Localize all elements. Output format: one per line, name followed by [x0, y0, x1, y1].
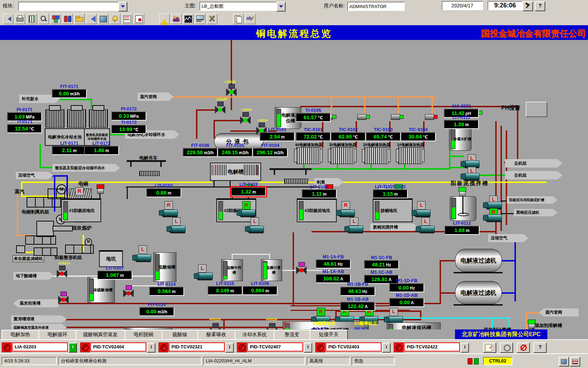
lv0109-valve[interactable] [215, 106, 225, 114]
screen-icon [100, 16, 107, 22]
fv0113-valve[interactable] [57, 270, 67, 278]
heater1-valve[interactable] [425, 114, 434, 120]
tab-liusuannie[interactable]: 硫酸镍 [162, 330, 198, 340]
hammer-tool-button[interactable] [523, 1, 533, 11]
blocks-button[interactable] [50, 14, 61, 24]
alarm-bell-button[interactable] [110, 14, 120, 24]
columns-button[interactable] [27, 14, 37, 24]
alarm-item[interactable]: LIA-02203 [12, 342, 68, 352]
module-dropdown-button[interactable] [118, 2, 127, 12]
status-tool-button-2[interactable] [570, 357, 580, 367]
heater3-valve[interactable] [357, 114, 366, 120]
alarm-icon[interactable] [80, 342, 90, 352]
pit2-pump-a[interactable] [239, 210, 255, 216]
tanks-button[interactable] [62, 14, 73, 24]
heater2-valve[interactable] [391, 114, 400, 120]
alarm-icon[interactable] [2, 342, 12, 352]
rename-button[interactable]: ab [245, 14, 255, 24]
tab-lengqueshui[interactable]: 冷却水系统 [234, 330, 274, 340]
pit1-pump-b[interactable] [169, 226, 186, 232]
report-block-button[interactable] [134, 14, 144, 24]
alarm-icon[interactable] [237, 342, 247, 352]
acid-pit-pump[interactable] [134, 254, 151, 261]
alarm-info-button[interactable]: i [147, 343, 155, 353]
pit4-pump-a[interactable] [414, 210, 430, 216]
user-input[interactable] [347, 2, 405, 11]
instrument-tag: LIT-0103 [231, 182, 266, 187]
maingraph-input[interactable] [200, 2, 279, 11]
alarm-info-button[interactable]: i [225, 343, 234, 353]
stirrer-pump-a[interactable] [485, 202, 502, 209]
alarm-item[interactable]: PID-TCV02404 [90, 342, 146, 352]
alarm-help-button[interactable]: ? [533, 342, 547, 353]
pit2-pump-b[interactable] [247, 226, 264, 232]
alarm-icon[interactable] [159, 342, 168, 352]
hcl-meter-valve[interactable] [296, 266, 307, 274]
alarm-item[interactable]: PID-TCV02407 [247, 342, 303, 352]
instrument-lit0171: LIT-01712.11m [52, 141, 87, 155]
evap-line-valve[interactable] [58, 296, 69, 304]
alarm-icon[interactable] [394, 342, 404, 352]
ph-alarm-indicator [526, 102, 547, 117]
condensate-pump-2[interactable] [463, 173, 479, 180]
trend-button[interactable] [183, 14, 194, 24]
mute-button[interactable] [517, 342, 530, 353]
alarm-info-button[interactable]: i [304, 343, 312, 353]
alarm-info-button[interactable]: i [69, 343, 77, 353]
hcl-pump[interactable] [196, 273, 213, 279]
tab-suanwuxishou[interactable]: 酸雾吸收 [197, 330, 235, 340]
pit4-pump-b[interactable] [418, 226, 435, 232]
pit3-pump-b[interactable] [346, 226, 363, 232]
tab-zhengliubian[interactable]: 整流变 [274, 330, 310, 340]
back-button[interactable] [86, 14, 97, 24]
instrument-tic0103: TIC-010365.74℃ [366, 127, 401, 141]
help-button[interactable]: ? [535, 1, 545, 11]
module-input[interactable] [18, 2, 120, 11]
ack-button[interactable]: ✓ [483, 342, 496, 353]
maingraph-dropdown-button[interactable] [276, 2, 286, 12]
tower-icon [46, 109, 64, 128]
summary-button[interactable] [195, 14, 205, 24]
tab-dianjiexunhuan[interactable]: 电解循环 [38, 330, 76, 340]
alarm-info-button[interactable]: i [461, 343, 469, 353]
tools-button[interactable] [207, 14, 217, 24]
exit-button[interactable] [3, 14, 13, 24]
stirrer-pump-b[interactable] [485, 214, 502, 221]
alarm-info-button[interactable]: i [382, 343, 391, 353]
find-button[interactable] [38, 14, 49, 24]
instrument-value-box: 122.42A [340, 302, 375, 311]
h2so4-valve[interactable] [123, 289, 134, 297]
pit3-pump-a[interactable] [338, 210, 355, 216]
open-folder-button[interactable] [74, 14, 85, 24]
tab-dianjituotong[interactable]: 电积脱铜 [125, 330, 162, 340]
instrument-tag: M1-1C-FB [364, 255, 399, 260]
users-button[interactable] [171, 14, 182, 24]
report-button[interactable] [122, 14, 132, 24]
alarm-item[interactable]: PID-TCV02321 [169, 342, 225, 352]
pipe [196, 109, 197, 139]
lv0110-valve[interactable] [240, 116, 251, 124]
instrument-value: 65.74 [373, 134, 387, 139]
tab-liusuantong[interactable]: 硫酸铜真空蒸发 [76, 330, 125, 340]
tab-dianjiejiare[interactable]: 电解加热 [1, 330, 39, 340]
screen-button[interactable] [98, 14, 108, 24]
trend-line-icon [184, 15, 191, 22]
lv0108-valve[interactable] [226, 88, 237, 96]
print-button[interactable] [15, 14, 25, 24]
status-tool-button-1[interactable] [559, 357, 569, 367]
instrument-tag: LIT-0111 [444, 115, 479, 120]
alarm-icon[interactable] [315, 342, 325, 352]
valve-actuator [299, 262, 305, 267]
pit1-pump-a[interactable] [161, 210, 178, 216]
alarm-item[interactable]: PID-TCV02403 [326, 342, 382, 352]
pit1-label: #1阳极泥地坑 [69, 209, 100, 213]
indicator-letter: L [141, 246, 144, 252]
conveyor-icon [25, 236, 56, 245]
tab-duanjiekaiguan[interactable]: 短接开关 [309, 330, 348, 340]
history-button[interactable] [500, 342, 513, 353]
datav-button[interactable] [159, 14, 170, 24]
condensate-pump-1[interactable] [463, 161, 479, 167]
alarm-item[interactable]: PID-TCV02422 [404, 342, 460, 352]
pipe [127, 186, 128, 199]
page-copy-button[interactable] [233, 14, 244, 24]
